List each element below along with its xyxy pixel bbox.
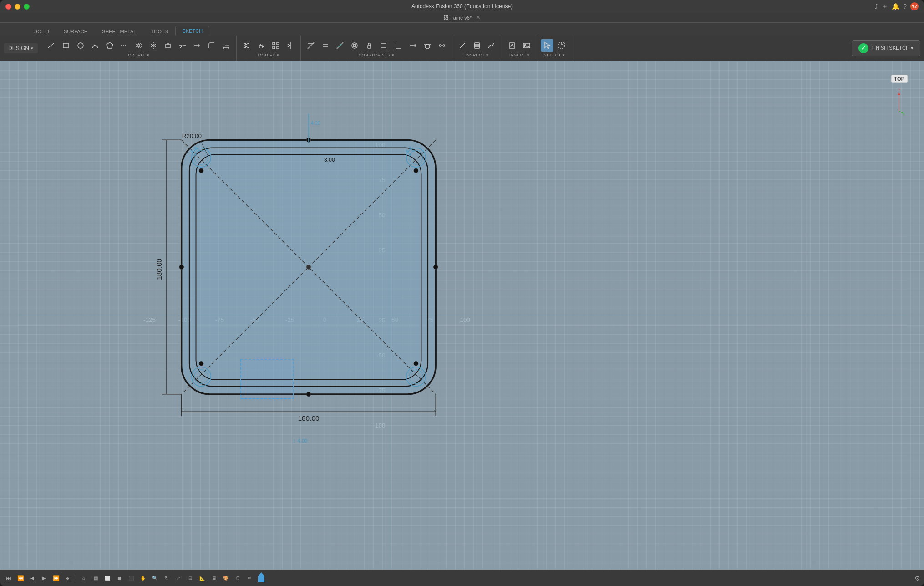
main-area: TOP Y Z <box>0 61 924 570</box>
svg-text:-125: -125 <box>143 316 156 323</box>
symmetric-tool[interactable] <box>436 39 448 52</box>
polygon-tool[interactable] <box>103 39 116 52</box>
svg-point-41 <box>425 44 430 49</box>
svg-text:-100: -100 <box>373 422 386 429</box>
svg-marker-129 <box>258 572 264 582</box>
project-tool[interactable] <box>162 39 174 52</box>
circle-tool[interactable] <box>74 39 87 52</box>
user-avatar[interactable]: YZ <box>910 2 919 10</box>
fix-tool[interactable] <box>363 39 376 52</box>
tangent-tool[interactable] <box>421 39 434 52</box>
view-home-icon[interactable]: ⌂ <box>79 573 89 583</box>
view-edges-icon[interactable]: ⬛ <box>126 573 136 583</box>
finish-sketch-button[interactable]: ✓ FINISH SKETCH ▾ <box>852 40 920 56</box>
symmetry-tool[interactable] <box>284 39 297 52</box>
create-tools: dim <box>45 39 233 52</box>
view-orbit-icon[interactable]: ↻ <box>162 573 172 583</box>
minimize-button[interactable] <box>15 4 20 10</box>
sketch-dimension-tool[interactable]: dim <box>220 39 233 52</box>
maximize-button[interactable] <box>24 4 30 10</box>
play-back-button[interactable]: ◀ <box>27 573 37 583</box>
view-shaded-icon[interactable]: ◼ <box>114 573 124 583</box>
construction-line-tool[interactable] <box>118 39 131 52</box>
tab-solid[interactable]: SOLID <box>27 26 56 36</box>
line-tool[interactable] <box>45 39 58 52</box>
add-tab-icon[interactable]: ＋ <box>882 2 888 10</box>
settings-button[interactable]: ⚙ <box>914 575 920 582</box>
close-doc-icon[interactable]: ✕ <box>476 15 480 20</box>
insert-image-tool[interactable] <box>520 39 533 52</box>
step-forward-button[interactable]: ⏩ <box>51 573 61 583</box>
offset-edges-tool[interactable] <box>255 39 268 52</box>
viewport-label: TOP <box>891 75 908 83</box>
canvas-area[interactable]: TOP Y Z <box>0 61 924 570</box>
finish-check-icon: ✓ <box>858 43 868 53</box>
help-icon[interactable]: ? <box>903 3 907 10</box>
view-section-icon[interactable]: ⊟ <box>185 573 195 583</box>
view-zoom-icon[interactable]: 🔍 <box>150 573 160 583</box>
scissors-tool[interactable] <box>240 39 253 52</box>
svg-text:3.00: 3.00 <box>324 157 335 163</box>
toolbar-section-inspect: INSPECT ▾ <box>452 36 502 61</box>
equal-tool[interactable] <box>319 39 332 52</box>
svg-point-106 <box>199 362 203 366</box>
insert-canvas-tool[interactable] <box>506 39 518 52</box>
toolbar-section-constraints: CONSTRAINTS ▾ <box>301 36 452 61</box>
timeline-marker[interactable] <box>258 572 264 584</box>
svg-point-34 <box>352 43 357 48</box>
fillet-tool[interactable] <box>205 39 218 52</box>
mirror-tool[interactable] <box>147 39 160 52</box>
tab-sketch[interactable]: SKETCH <box>175 26 209 36</box>
title-bar-actions: ⤴ ＋ 🔔 ? YZ <box>875 2 919 10</box>
skip-end-button[interactable]: ⏭ <box>63 573 73 583</box>
design-menu-button[interactable]: DESIGN <box>4 43 38 53</box>
svg-point-92 <box>199 168 203 173</box>
step-back-button[interactable]: ⏪ <box>15 573 25 583</box>
concentric-tool[interactable] <box>348 39 361 52</box>
close-button[interactable] <box>5 4 11 10</box>
inspect-tools <box>456 39 498 52</box>
trim-tool[interactable] <box>176 39 189 52</box>
zebra-tool[interactable] <box>471 39 483 52</box>
view-sketch-icon[interactable]: ✏ <box>244 573 254 583</box>
view-pan-icon[interactable]: ✋ <box>138 573 148 583</box>
tab-sheet-metal[interactable]: SHEET METAL <box>95 26 143 36</box>
view-display-icon[interactable]: 🖥 <box>209 573 219 583</box>
sketch-canvas[interactable]: -125 -100 -75 -50 -25 0 25 50 75 100 100… <box>0 61 924 570</box>
view-wireframe-icon[interactable]: ⬜ <box>102 573 112 583</box>
document-subtitle-bar: 🖼 frame v6* ✕ <box>0 13 924 23</box>
play-forward-button[interactable]: ▶ <box>39 573 49 583</box>
view-appearance-icon[interactable]: 🎨 <box>221 573 231 583</box>
svg-line-48 <box>461 47 461 47</box>
select-tool[interactable] <box>541 39 553 52</box>
svg-text:⊕: ⊕ <box>412 149 415 153</box>
title-bar: Autodesk Fusion 360 (Education License) … <box>0 0 924 13</box>
analysis-tool[interactable] <box>485 39 498 52</box>
collinear-tool[interactable] <box>334 39 346 52</box>
offset-tool[interactable] <box>132 39 145 52</box>
arc-tool[interactable] <box>89 39 102 52</box>
view-component-icon[interactable]: ⬡ <box>233 573 243 583</box>
notification-icon[interactable]: 🔔 <box>892 3 899 10</box>
tab-tools[interactable]: TOOLS <box>144 26 174 36</box>
skip-start-button[interactable]: ⏮ <box>4 573 14 583</box>
parallel-tool[interactable] <box>377 39 390 52</box>
extend-tool[interactable] <box>191 39 203 52</box>
tab-surface[interactable]: SURFACE <box>57 26 94 36</box>
nav-tabs: SOLID SURFACE SHEET METAL TOOLS SKETCH <box>0 23 924 36</box>
svg-text:Y: Y <box>898 88 900 92</box>
pattern-tool[interactable] <box>269 39 282 52</box>
horizontal-tool[interactable] <box>406 39 419 52</box>
view-measure-icon[interactable]: 📐 <box>197 573 207 583</box>
perpendicular-tool[interactable] <box>392 39 405 52</box>
rectangle-tool[interactable] <box>60 39 72 52</box>
share-icon[interactable]: ⤴ <box>875 3 878 10</box>
window-select-tool[interactable] <box>555 39 568 52</box>
svg-rect-25 <box>277 46 279 49</box>
measure-tool[interactable] <box>456 39 469 52</box>
coincident-tool[interactable] <box>305 39 317 52</box>
view-grid-icon[interactable]: ▦ <box>91 573 101 583</box>
view-fit-icon[interactable]: ⤢ <box>173 573 183 583</box>
svg-point-44 <box>439 45 441 46</box>
toolbar-section-create: dim CREATE ▾ <box>41 36 237 61</box>
